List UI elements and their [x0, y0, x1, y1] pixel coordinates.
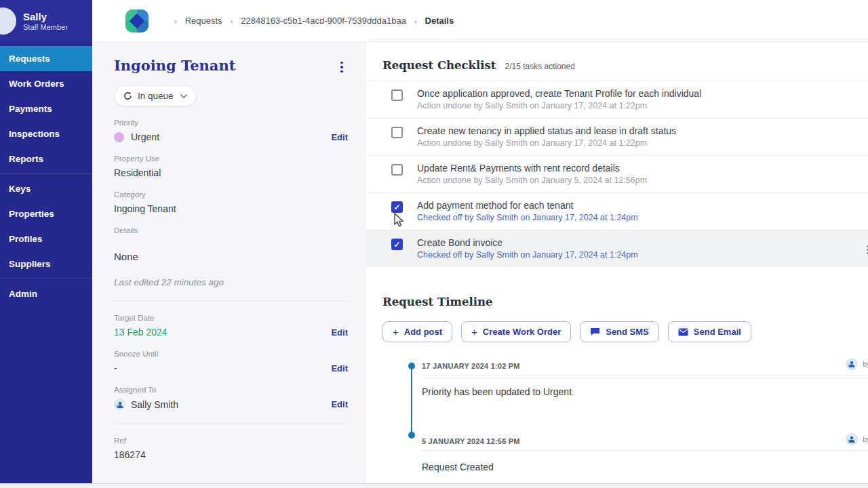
button-label: Send SMS — [606, 327, 649, 337]
edit-assigned-link[interactable]: Edit — [331, 399, 348, 409]
edit-snooze-link[interactable]: Edit — [331, 363, 348, 373]
timeline-title: Request Timeline — [382, 296, 868, 308]
sidebar-item-label: Reports — [9, 154, 43, 164]
sidebar-item-properties[interactable]: Properties — [0, 201, 92, 226]
checklist-item-subtext: Action undone by Sally Smith on January … — [417, 175, 647, 186]
user-avatar — [0, 7, 16, 35]
status-label: In queue — [138, 91, 174, 101]
sidebar-item-admin[interactable]: Admin — [0, 281, 92, 306]
sidebar-item-requests[interactable]: Requests — [0, 46, 92, 71]
create-work-order-button[interactable]: + Create Work Order — [461, 321, 571, 342]
sidebar-item-work-orders[interactable]: Work Orders — [0, 71, 92, 96]
byline-text: by S — [863, 435, 868, 443]
field-priority: Priority Urgent Edit — [114, 119, 348, 142]
priority-dot-icon — [114, 132, 124, 142]
button-label: Add post — [404, 327, 442, 337]
envelope-icon — [678, 328, 688, 336]
button-label: Create Work Order — [483, 327, 561, 337]
status-dropdown[interactable]: In queue — [114, 85, 197, 106]
timeline-entry: 17 JANUARY 2024 1:02 PM by S Priority ha… — [422, 357, 868, 397]
sidebar-item-reports[interactable]: Reports — [0, 146, 92, 171]
divider — [114, 301, 348, 302]
checklist-item: ✓ Add payment method for each tenant Che… — [366, 193, 868, 230]
timeline-connector — [411, 366, 412, 435]
sidebar-item-label: Admin — [9, 289, 37, 299]
sidebar-nav: Requests Work Orders Payments Inspection… — [0, 42, 92, 306]
checklist-item-subtext: Action undone by Sally Smith on January … — [417, 138, 676, 149]
assignee-avatar-icon — [114, 399, 125, 410]
author-avatar-icon — [846, 433, 858, 445]
timeline-section: Request Timeline + Add post + Create Wor… — [366, 267, 868, 472]
checklist-item: Create new tenancy in applied status and… — [366, 119, 868, 156]
checkbox-unchecked[interactable] — [391, 89, 403, 101]
timeline-actions: + Add post + Create Work Order Send SMS … — [382, 321, 868, 342]
timeline-entry-byline: by S — [846, 433, 868, 445]
timeline-dot — [408, 363, 415, 369]
chevron-right-icon: › — [174, 17, 177, 25]
request-detail-panel: Request Checklist 2/15 tasks actioned On… — [366, 42, 868, 483]
breadcrumb-request-id[interactable]: 22848163-c5b1-4acd-900f-7539ddda1baa — [241, 16, 406, 26]
checkbox-checked[interactable]: ✓ — [391, 201, 403, 213]
add-post-button[interactable]: + Add post — [382, 321, 452, 342]
sidebar-item-inspections[interactable]: Inspections — [0, 121, 92, 146]
field-property-use: Property Use Residential — [114, 155, 348, 178]
user-role: Staff Member — [23, 22, 68, 32]
row-kebab-menu-icon[interactable] — [865, 245, 868, 255]
field-label: Details — [114, 226, 348, 235]
field-label: Priority — [114, 119, 348, 127]
field-snooze-until: Snooze Until - Edit — [114, 350, 348, 373]
sidebar: Sally Staff Member Requests Work Orders … — [0, 0, 92, 483]
checklist-item-title: Add payment method for each tenant — [417, 199, 638, 211]
author-avatar-icon — [846, 358, 858, 370]
window-bottom-strip — [0, 483, 868, 488]
timeline-dot — [408, 432, 415, 439]
checkbox-unchecked[interactable] — [391, 127, 403, 138]
send-email-button[interactable]: Send Email — [668, 321, 751, 342]
request-summary-panel: Ingoing Tenant In queue Priority Urgent … — [92, 42, 366, 483]
edit-target-date-link[interactable]: Edit — [331, 327, 348, 338]
timeline-entry-date: 17 JANUARY 2024 1:02 PM — [422, 362, 520, 370]
checkbox-unchecked[interactable] — [391, 164, 403, 176]
user-name: Sally — [23, 11, 68, 22]
chevron-down-icon — [180, 94, 187, 98]
sidebar-divider — [0, 174, 92, 174]
timeline-feed: 17 JANUARY 2024 1:02 PM by S Priority ha… — [382, 357, 868, 472]
breadcrumb-requests[interactable]: Requests — [185, 16, 222, 26]
page-title: Ingoing Tenant — [114, 57, 235, 74]
sidebar-item-label: Requests — [9, 54, 50, 64]
byline-text: by S — [863, 360, 868, 368]
kebab-menu-icon[interactable] — [336, 60, 348, 75]
sidebar-item-label: Suppliers — [9, 259, 51, 269]
field-label: Assigned To — [114, 386, 348, 394]
checkbox-checked[interactable]: ✓ — [391, 239, 403, 250]
sidebar-item-profiles[interactable]: Profiles — [0, 226, 92, 251]
field-label: Ref — [114, 436, 348, 445]
divider — [114, 424, 348, 424]
sidebar-item-label: Profiles — [9, 234, 43, 244]
edit-priority-link[interactable]: Edit — [331, 132, 348, 142]
sidebar-item-suppliers[interactable]: Suppliers — [0, 251, 92, 277]
field-assigned-to: Assigned To Sally Smith Edit — [114, 386, 348, 410]
timeline-entry-date: 5 JANUARY 2024 12:56 PM — [422, 437, 520, 445]
assigned-value: Sally Smith — [131, 399, 178, 410]
timeline-entry-byline: by S — [846, 358, 868, 370]
property-use-value: Residential — [114, 167, 348, 178]
checklist-item-subtext: Action undone by Sally Smith on January … — [417, 100, 701, 112]
chevron-right-icon: › — [414, 17, 417, 25]
field-target-date: Target Date 13 Feb 2024 Edit — [114, 314, 348, 338]
sidebar-item-keys[interactable]: Keys — [0, 176, 92, 201]
checklist-item-subtext: Checked off by Sally Smith on January 17… — [417, 212, 638, 224]
field-label: Target Date — [114, 314, 348, 322]
chat-bubble-icon — [590, 327, 600, 336]
checklist-item-title: Once application approved, create Tenant… — [417, 87, 701, 100]
sidebar-item-payments[interactable]: Payments — [0, 96, 92, 121]
breadcrumb-details: Details — [425, 16, 454, 26]
sidebar-item-label: Work Orders — [9, 79, 64, 89]
plus-icon: + — [471, 327, 477, 337]
target-date-value: 13 Feb 2024 — [114, 327, 167, 338]
user-profile[interactable]: Sally Staff Member — [0, 0, 92, 42]
send-sms-button[interactable]: Send SMS — [580, 321, 659, 342]
checklist-item-title: Create Bond invoice — [417, 237, 638, 249]
app-logo-icon[interactable] — [125, 9, 149, 33]
sidebar-item-label: Keys — [9, 184, 31, 194]
